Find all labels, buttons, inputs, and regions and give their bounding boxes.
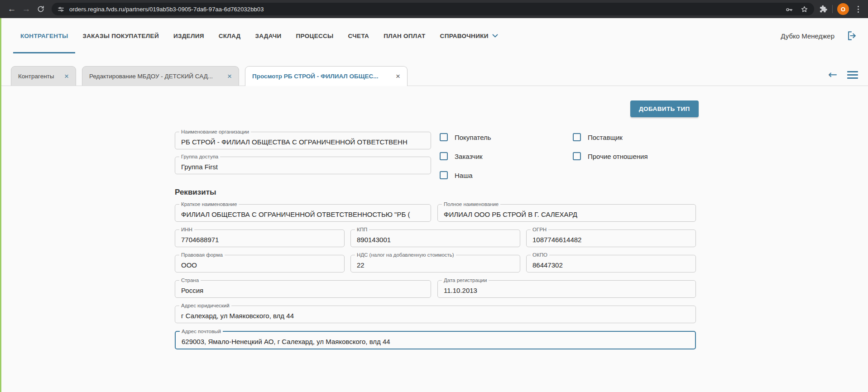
app-nav-bar: КОНТРАГЕНТЫ ЗАКАЗЫ ПОКУПАТЕЛЕЙ ИЗДЕЛИЯ С… [0,18,868,53]
nav-item-warehouse[interactable]: СКЛАД [211,18,248,53]
field-label: Правовая форма [179,252,225,258]
nav-item-processes[interactable]: ПРОЦЕССЫ [289,18,341,53]
browser-back-icon[interactable]: ← [5,2,19,16]
field-label: Адрес почтовый [180,329,223,335]
nav-item-invoices[interactable]: СЧЕТА [341,18,377,53]
field-value: РБ СТРОЙ - ФИЛИАЛ ОБЩЕСТВА С ОГРАНИЧЕННО… [181,138,425,146]
short-name-field[interactable]: Краткое наименование ФИЛИАЛ ОБЩЕСТВА С О… [175,204,431,222]
legal-form-field[interactable]: Правовая форма ООО [175,255,345,272]
browser-profile-avatar[interactable]: O [837,3,849,15]
url-text[interactable]: orders.regina.fvds.ru/partners/019ab5b3-… [69,6,264,13]
nav-item-directories[interactable]: СПРАВОЧНИКИ [433,18,505,53]
close-icon[interactable]: × [64,72,69,80]
browser-menu-icon[interactable] [853,4,863,14]
field-label: Дата регистрации [442,277,489,283]
address-bar[interactable]: orders.regina.fvds.ru/partners/019ab5b3-… [52,3,814,15]
field-label: ИНН [179,227,194,233]
extensions-puzzle-icon[interactable] [819,5,828,14]
field-value: 22 [357,261,514,269]
field-label: ОКПО [531,252,549,258]
field-value: Россия [181,287,425,294]
tab-view-rb-stroy[interactable]: Просмотр РБ СТРОЙ - ФИЛИАЛ ОБЩЕС... × [245,66,408,86]
full-name-field[interactable]: Полное наименование ФИЛИАЛ ООО РБ СТРОЙ … [437,204,696,222]
field-value: Группа First [181,163,425,171]
checkbox-supplier[interactable]: Поставщик [573,133,648,141]
tab-counterparties-list[interactable]: Контрагенты × [11,66,76,86]
tab-edit-mbdou[interactable]: Редактирование МБДОУ - ДЕТСКИЙ САД... × [82,66,239,86]
checkbox-icon[interactable] [440,171,448,179]
partner-type-checkboxes: Покупатель Поставщик Заказчик Прочие отн… [440,133,648,179]
nav-item-payment-plan[interactable]: ПЛАН ОПЛАТ [376,18,432,53]
field-label: Полное наименование [442,201,500,207]
checkbox-other-relations[interactable]: Прочие отношения [573,152,648,160]
logout-icon[interactable] [845,30,857,42]
field-value: ФИЛИАЛ ОБЩЕСТВА С ОГРАНИЧЕННОЙ ОТВЕТСТВЕ… [181,210,425,218]
checkbox-icon[interactable] [440,152,448,160]
browser-forward-icon[interactable]: → [19,2,34,16]
field-label: Наименование организации [179,129,251,135]
browser-reload-icon[interactable] [34,2,48,16]
site-settings-icon[interactable] [57,5,65,13]
checkbox-buyer[interactable]: Покупатель [440,133,573,141]
postal-address-field[interactable]: Адрес почтовый 629003, Ямало-Ненецкий АО… [175,331,696,349]
field-label: Страна [179,277,201,283]
field-value: 11.10.2013 [444,287,690,294]
current-user-name: Дубко Менеджер [781,32,834,40]
field-label: Адрес юридический [179,303,231,309]
field-value: ООО [181,261,338,269]
extension-edge-strip [0,18,1,392]
field-value: ФИЛИАЛ ООО РБ СТРОЙ В Г. САЛЕХАРД [444,210,690,218]
country-field[interactable]: Страна Россия [175,280,431,298]
okpo-field[interactable]: ОКПО 86447302 [526,255,696,272]
org-name-field[interactable]: Наименование организации РБ СТРОЙ - ФИЛИ… [175,132,431,149]
document-tab-strip: Контрагенты × Редактирование МБДОУ - ДЕТ… [0,53,868,86]
chevron-down-icon [492,34,498,38]
add-type-button[interactable]: ДОБАВИТЬ ТИП [630,100,699,117]
checkbox-customer[interactable]: Заказчик [440,152,573,160]
field-label: ОГРН [531,227,548,233]
field-value: г Салехард, ул Маяковского, влд 44 [181,312,690,320]
tab-menu-icon[interactable] [847,71,858,79]
checkbox-icon[interactable] [573,152,581,160]
registration-date-field[interactable]: Дата регистрации 11.10.2013 [437,280,696,298]
access-group-field[interactable]: Группа доступа Группа First [175,157,431,174]
partner-view-page: ДОБАВИТЬ ТИП Наименование организации РБ… [0,86,868,392]
checkbox-icon[interactable] [573,133,581,141]
checkbox-icon[interactable] [440,133,448,141]
legal-address-field[interactable]: Адрес юридический г Салехард, ул Маяковс… [175,306,696,323]
nav-item-counterparties[interactable]: КОНТРАГЕНТЫ [13,18,75,53]
browser-toolbar: ← → orders.regina.fvds.ru/partners/019ab… [0,0,868,18]
close-icon[interactable]: × [227,72,232,80]
field-value: 86447302 [532,261,690,269]
close-icon[interactable]: × [396,72,400,80]
field-value: 1087746614482 [532,236,690,244]
field-value: 629003, Ямало-Ненецкий АО, г Салехард, у… [182,338,689,345]
field-value: 7704688971 [181,236,338,244]
field-label: НДС (налог на добавленную стоимость) [355,252,456,258]
inn-field[interactable]: ИНН 7704688971 [175,229,345,247]
kpp-field[interactable]: КПП 890143001 [350,229,520,247]
field-label: КПП [355,227,369,233]
ogrn-field[interactable]: ОГРН 1087746614482 [526,229,696,247]
back-arrow-icon[interactable]: ← [828,69,837,80]
bookmark-star-icon[interactable] [800,5,809,14]
requisites-section-title: Реквизиты [175,188,696,197]
field-label: Группа доступа [179,154,220,160]
nav-item-tasks[interactable]: ЗАДАЧИ [248,18,289,53]
nav-item-products[interactable]: ИЗДЕЛИЯ [166,18,211,53]
field-value: 890143001 [357,236,514,244]
checkbox-ours[interactable]: Наша [440,171,573,179]
field-label: Краткое наименование [179,201,239,207]
partner-form: Наименование организации РБ СТРОЙ - ФИЛИ… [175,132,696,357]
vat-field[interactable]: НДС (налог на добавленную стоимость) 22 [350,255,520,272]
nav-item-customer-orders[interactable]: ЗАКАЗЫ ПОКУПАТЕЛЕЙ [75,18,166,53]
password-key-icon[interactable] [785,5,794,14]
toolbar-divider [832,5,833,13]
